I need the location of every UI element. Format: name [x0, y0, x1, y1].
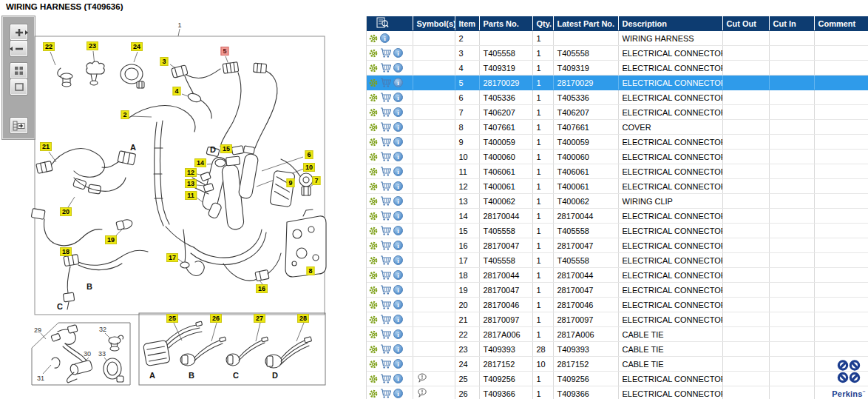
callout-28[interactable]: 28 [297, 314, 309, 323]
table-row[interactable]: i 26 T409366 1 T409366 ELECTRICAL CONNEC… [367, 386, 868, 399]
gear-icon[interactable] [369, 286, 378, 295]
column-header-comment[interactable]: Comment [814, 16, 868, 31]
add-to-cart-icon[interactable] [380, 152, 391, 161]
info-icon[interactable]: i [393, 270, 403, 280]
add-to-cart-icon[interactable] [380, 181, 391, 191]
info-icon[interactable]: i [393, 137, 403, 147]
info-icon[interactable]: i [393, 389, 403, 398]
info-icon[interactable]: i [393, 78, 403, 87]
gear-icon[interactable] [369, 197, 378, 206]
info-icon[interactable]: i [393, 285, 403, 295]
gear-icon[interactable] [369, 301, 378, 309]
info-icon[interactable]: i [393, 300, 403, 309]
add-to-cart-icon[interactable] [380, 137, 391, 147]
add-to-cart-icon[interactable] [380, 285, 391, 295]
info-icon[interactable]: i [393, 122, 403, 132]
table-row[interactable]: i 4 T409319 1 T409319 ELECTRICAL CONNECT… [367, 61, 868, 76]
callout-9[interactable]: 9 [286, 178, 294, 187]
column-header-item[interactable]: Item [455, 16, 479, 31]
info-icon[interactable]: i [393, 344, 403, 354]
table-row[interactable]: i 21 28170097 1 28170097 ELECTRICAL CONN… [367, 312, 868, 327]
column-header-actions[interactable] [367, 16, 413, 31]
table-row[interactable]: i 7 T406207 1 T406207 ELECTRICAL CONNECT… [367, 105, 868, 120]
gear-icon[interactable] [369, 78, 378, 87]
table-row[interactable]: i 16 28170047 1 28170047 ELECTRICAL CONN… [367, 238, 868, 253]
gear-icon[interactable] [369, 330, 378, 339]
table-row[interactable]: i 20 28170046 1 28170046 ELECTRICAL CONN… [367, 298, 868, 312]
table-row[interactable]: i 3 T405558 1 T405558 ELECTRICAL CONNECT… [367, 46, 868, 61]
add-to-cart-icon[interactable] [380, 241, 391, 250]
callout-25[interactable]: 25 [166, 314, 178, 323]
gear-icon[interactable] [369, 212, 378, 221]
table-row[interactable]: i 22 2817A006 1 2817A006 CABLE TIE [367, 327, 868, 342]
add-to-cart-icon[interactable] [380, 255, 391, 265]
callout-17[interactable]: 17 [166, 253, 178, 262]
add-to-cart-icon[interactable] [380, 270, 391, 280]
gear-icon[interactable] [369, 123, 378, 132]
info-icon[interactable]: i [393, 167, 403, 176]
add-to-cart-icon[interactable] [380, 211, 391, 221]
table-row[interactable]: i 2 1 WIRING HARNESS [367, 31, 868, 46]
add-to-cart-icon[interactable] [380, 300, 391, 309]
callout-23[interactable]: 23 [87, 41, 98, 50]
add-to-cart-icon[interactable] [380, 329, 391, 339]
callout-24[interactable]: 24 [131, 42, 143, 51]
table-row[interactable]: i 23 T409393 28 T409393 CABLE TIE [367, 342, 868, 357]
info-icon[interactable]: i [393, 48, 403, 58]
add-to-cart-icon[interactable] [380, 344, 391, 354]
callout-8[interactable]: 8 [306, 266, 314, 275]
info-icon[interactable]: i [393, 359, 403, 369]
callout-3[interactable]: 3 [160, 57, 168, 66]
callout-4[interactable]: 4 [172, 87, 180, 95]
gear-icon[interactable] [369, 241, 378, 250]
gear-icon[interactable] [369, 375, 378, 383]
callout-22[interactable]: 22 [43, 42, 55, 51]
table-row[interactable]: i 25 T409256 1 T409256 ELECTRICAL CONNEC… [367, 372, 868, 386]
info-icon[interactable]: i [393, 374, 403, 383]
add-to-cart-icon[interactable] [380, 315, 391, 324]
gear-icon[interactable] [369, 315, 378, 324]
gear-icon[interactable] [369, 93, 378, 102]
add-to-cart-icon[interactable] [380, 122, 391, 132]
callout-7[interactable]: 7 [312, 176, 320, 185]
info-icon[interactable]: i [380, 33, 390, 43]
callout-16[interactable]: 16 [256, 284, 268, 293]
gear-icon[interactable] [369, 152, 378, 161]
callout-11[interactable]: 11 [185, 191, 197, 200]
add-to-cart-icon[interactable] [380, 359, 391, 369]
gear-icon[interactable] [369, 182, 378, 191]
callout-6[interactable]: 6 [305, 150, 313, 159]
table-row[interactable]: i 5 28170029 1 28170029 ELECTRICAL CONNE… [367, 76, 868, 90]
add-to-cart-icon[interactable] [380, 93, 391, 102]
table-row[interactable]: i 8 T407661 1 T407661 COVER [367, 120, 868, 135]
column-header-qty[interactable]: Qty. [532, 16, 553, 31]
add-to-cart-icon[interactable] [380, 167, 391, 176]
add-to-cart-icon[interactable] [380, 389, 391, 398]
info-icon[interactable]: i [393, 241, 403, 250]
add-to-cart-icon[interactable] [380, 63, 391, 73]
table-row[interactable]: i 9 T400059 1 T400059 ELECTRICAL CONNECT… [367, 135, 868, 150]
table-row[interactable]: i 13 T400062 1 T400062 WIRING CLIP [367, 194, 868, 209]
info-icon[interactable]: i [393, 329, 403, 339]
gear-icon[interactable] [369, 167, 378, 176]
add-to-cart-icon[interactable] [380, 374, 391, 383]
info-icon[interactable]: i [393, 196, 403, 206]
column-header-parts-no[interactable]: Parts No. [479, 16, 532, 31]
column-header-description[interactable]: Description [618, 16, 722, 31]
info-icon[interactable]: i [393, 93, 403, 102]
callout-12[interactable]: 12 [185, 168, 197, 177]
info-icon[interactable]: i [393, 226, 403, 235]
callout-10[interactable]: 10 [303, 163, 315, 172]
table-row[interactable]: i 15 T405558 1 T405558 ELECTRICAL CONNEC… [367, 224, 868, 238]
callout-18[interactable]: 18 [60, 247, 72, 256]
add-to-cart-icon[interactable] [380, 78, 391, 87]
add-to-cart-icon[interactable] [380, 196, 391, 206]
column-header-cut-in[interactable]: Cut In [769, 16, 814, 31]
gear-icon[interactable] [369, 345, 378, 354]
callout-5[interactable]: 5 [220, 47, 228, 56]
callout-21[interactable]: 21 [40, 142, 52, 151]
table-row[interactable]: i 19 28170047 1 28170047 ELECTRICAL CONN… [367, 283, 868, 298]
info-icon[interactable]: i [393, 152, 403, 161]
diagram-area[interactable]: 2223243542211514121311610972019181716825… [0, 0, 366, 399]
column-header-cut-out[interactable]: Cut Out [722, 16, 769, 31]
